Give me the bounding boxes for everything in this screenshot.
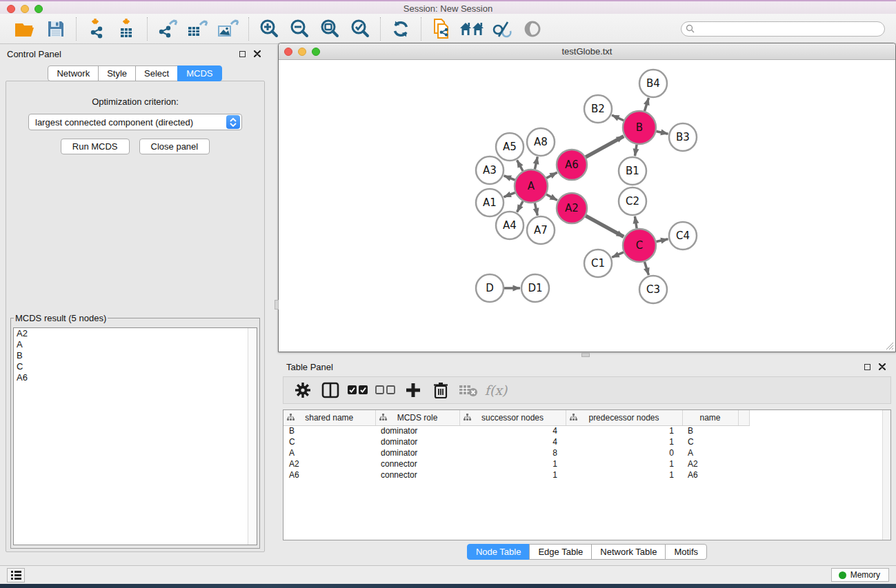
node-B[interactable]: B [623,111,656,144]
table-cell[interactable]: 1 [566,436,682,447]
table-cell[interactable]: B [283,425,375,436]
table-cell[interactable]: 8 [459,447,566,458]
table-cell[interactable]: 4 [459,436,566,447]
edge-B-B4[interactable] [644,98,648,111]
zoom-fit-icon[interactable] [317,17,343,41]
optimization-criterion-select[interactable]: largest connected component (directed) [28,114,242,130]
network-canvas[interactable]: B4B2BB3A5A8A6B1A3AA1C2A2A4A7C4CC1C3DD1 [279,61,895,351]
tab-edge-table[interactable]: Edge Table [529,544,592,560]
mcds-result-item[interactable]: A2 [14,328,257,339]
table-row[interactable]: Bdominator41B [283,425,749,436]
column-header-name[interactable]: name [682,410,738,425]
mcds-result-item[interactable]: B [14,350,257,361]
save-session-icon[interactable] [43,17,69,41]
edge-A-A2[interactable] [546,194,557,201]
window-resize-grip[interactable] [884,341,894,350]
table-cell[interactable]: A [283,447,375,458]
edge-C-C4[interactable] [656,239,668,242]
table-cell[interactable]: 1 [566,425,682,436]
node-B4[interactable]: B4 [639,70,667,97]
task-history-button[interactable] [7,568,25,582]
node-B2[interactable]: B2 [584,95,612,123]
edge-B-B1[interactable] [635,145,637,156]
node-A3[interactable]: A3 [476,156,504,184]
table-row[interactable]: A2connector11A2 [283,458,749,469]
home-icon[interactable] [459,17,485,41]
close-table-panel-icon[interactable] [877,361,888,372]
node-C4[interactable]: C4 [669,222,697,250]
table-row[interactable]: Cdominator41C [283,436,749,447]
search-input[interactable] [681,21,885,37]
tab-select[interactable]: Select [135,65,178,81]
refresh-icon[interactable] [388,17,414,41]
import-network-icon[interactable] [83,17,110,41]
table-cell[interactable]: 4 [459,425,566,436]
edge-A6-B[interactable] [586,136,624,157]
node-B3[interactable]: B3 [669,123,697,151]
table-cell[interactable]: A6 [283,469,375,480]
float-table-panel-icon[interactable] [862,361,873,372]
close-panel-button[interactable]: Close panel [139,139,210,154]
open-file-icon[interactable] [12,17,39,41]
table-cell[interactable]: 1 [566,458,682,469]
import-table-icon[interactable] [114,17,140,41]
tab-network[interactable]: Network [48,65,99,81]
edge-A-A3[interactable] [504,176,515,180]
column-header-successor-nodes[interactable]: successor nodes [459,410,566,425]
table-cell[interactable]: 0 [566,447,682,458]
settings-gear-icon[interactable] [290,379,315,401]
table-cell[interactable]: connector [375,458,459,469]
node-D1[interactable]: D1 [521,274,549,302]
close-panel-icon[interactable] [252,48,263,59]
tab-mcds[interactable]: MCDS [177,65,221,81]
node-A4[interactable]: A4 [496,212,524,239]
table-cell[interactable]: dominator [375,436,459,447]
node-C[interactable]: C [623,229,656,262]
node-C1[interactable]: C1 [584,250,612,277]
network-window-titlebar[interactable]: testGlobe.txt [279,43,895,60]
table-row[interactable]: Adominator80A [283,447,749,458]
table-cell[interactable]: A6 [682,469,738,480]
table-cell[interactable]: A2 [283,458,375,469]
show-eye-icon[interactable] [519,17,546,41]
column-header-shared-name[interactable]: shared name [283,410,375,425]
edge-A-A7[interactable] [535,203,537,215]
edge-C-C2[interactable] [635,216,637,229]
node-D[interactable]: D [476,274,504,302]
delete-row-icon[interactable] [428,379,453,401]
mcds-result-item[interactable]: C [14,361,257,372]
edge-A-A5[interactable] [517,160,524,171]
tab-style[interactable]: Style [98,65,136,81]
table-cell[interactable]: 1 [566,469,682,480]
edge-A-A6[interactable] [546,172,557,178]
table-cell[interactable]: A2 [682,458,738,469]
table-cell[interactable]: dominator [375,447,459,458]
node-A5[interactable]: A5 [496,133,524,161]
zoom-in-icon[interactable] [256,17,282,41]
mcds-result-list[interactable]: A2ABCA6 [13,327,257,545]
mcds-list-scrollbar[interactable] [248,328,257,545]
float-panel-icon[interactable] [237,48,248,59]
column-header-MCDS-role[interactable]: MCDS role [375,410,459,425]
table-row[interactable]: A6connector11A6 [283,469,749,480]
table-cell[interactable]: B [682,425,738,436]
node-B1[interactable]: B1 [619,157,646,185]
edge-B-B2[interactable] [612,115,624,121]
node-A1[interactable]: A1 [476,189,504,216]
network-graph[interactable]: B4B2BB3A5A8A6B1A3AA1C2A2A4A7C4CC1C3DD1 [279,61,895,351]
node-A[interactable]: A [515,170,548,203]
tab-motifs[interactable]: Motifs [665,544,707,560]
tab-node-table[interactable]: Node Table [467,544,530,560]
add-row-icon[interactable] [401,379,426,401]
edge-A2-C[interactable] [586,216,624,236]
edge-C-C1[interactable] [612,252,624,257]
hide-glasses-icon[interactable] [489,17,515,41]
run-mcds-button[interactable]: Run MCDS [61,139,130,154]
node-C3[interactable]: C3 [639,276,667,303]
table-cell[interactable]: 1 [459,469,566,480]
export-network-icon[interactable] [155,17,181,41]
node-C2[interactable]: C2 [619,187,646,215]
mcds-result-item[interactable]: A [14,339,257,350]
node-A6[interactable]: A6 [557,150,587,180]
split-columns-icon[interactable] [318,379,343,401]
